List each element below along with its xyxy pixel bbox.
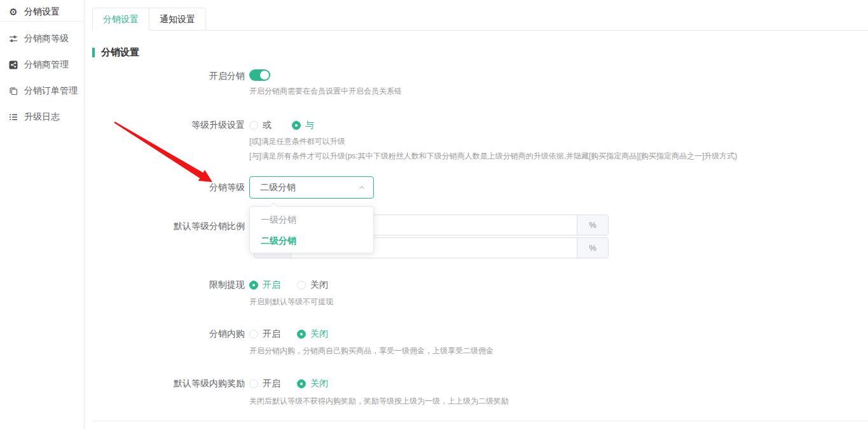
sliders-icon [8,34,18,44]
sidebar-item-label: 分销订单管理 [24,85,78,97]
bottom-divider [92,421,868,421]
internal-purchase-help: 开启分销内购，分销商自己购买商品，享受一级佣金，上级享受二级佣金 [249,346,493,355]
internal-purchase-radio-group: 开启 关闭 [249,328,328,340]
sidebar-item-label: 分销设置 [24,6,60,18]
level-dropdown-panel: 一级分销 二级分销 [249,206,374,253]
radio-label: 开启 [263,378,280,390]
radio-label: 关闭 [310,328,328,340]
sidebar-item-distribution-orders[interactable]: 分销订单管理 [0,78,84,104]
purchase-reward-radio-group: 开启 关闭 [249,378,328,390]
radio-option-off[interactable]: 关闭 [297,328,328,340]
radio-label: 开启 [263,279,280,291]
radio-option-on[interactable]: 开启 [249,328,280,340]
enable-distribution-toggle[interactable] [249,69,270,81]
radio-option-on[interactable]: 开启 [249,279,280,291]
field-label-enable-distribution: 开启分销 [92,71,249,81]
radio-label: 关闭 [310,279,328,291]
distribution-level-select[interactable]: 二级分销 [249,176,374,199]
gear-icon: ⚙ [8,7,18,17]
chevron-up-icon [358,184,366,192]
radio-label: 或 [263,120,272,131]
tab-bar: 分销设置 通知设置 [92,8,868,31]
radio-icon [297,379,306,388]
radio-icon [292,121,301,130]
dropdown-option-level2[interactable]: 二级分销 [250,230,373,251]
sidebar-item-upgrade-log[interactable]: 升级日志 [0,104,84,130]
radio-option-on[interactable]: 开启 [249,378,280,390]
sidebar-item-label: 分销商管理 [24,59,69,71]
sidebar: ⚙ 分销设置 分销商等级 [0,0,85,429]
field-label-distribution-level: 分销等级 [92,182,249,192]
upgrade-setting-help-1: [或]满足任意条件都可以升级 [249,137,345,146]
dropdown-option-level1[interactable]: 一级分销 [250,209,373,230]
radio-label: 关闭 [310,378,328,390]
withdraw-limit-radio-group: 开启 关闭 [249,279,328,291]
selected-value: 二级分销 [250,182,358,193]
field-label-default-ratio: 默认等级分销比例 [92,221,249,231]
radio-icon [249,121,258,130]
sidebar-divider [0,21,84,22]
radio-option-or[interactable]: 或 [249,120,272,131]
tab-notification-settings[interactable]: 通知设置 [149,8,206,31]
distribution-settings-page: ⚙ 分销设置 分销商等级 [0,0,868,429]
purchase-reward-help: 关闭后默认等级不获得内购奖励，奖励等级按上级为一级，上上级为二级奖励 [249,397,509,405]
page-title: 分销设置 [101,46,139,59]
sidebar-item-label: 分销商等级 [24,33,69,45]
radio-label: 与 [305,120,314,131]
share-icon [8,60,18,70]
radio-option-and[interactable]: 与 [292,120,314,131]
upgrade-setting-help-2: [与]满足所有条件才可以升级(ps:其中下级粉丝人数和下级分销商人数是上级分销商… [249,151,737,160]
percent-suffix: % [577,215,608,235]
radio-option-off[interactable]: 关闭 [297,279,328,291]
section-header: 分销设置 [92,46,139,59]
section-accent-bar [92,48,95,57]
tab-distribution-settings[interactable]: 分销设置 [92,8,149,31]
copy-icon [8,86,18,96]
sidebar-item-distributor-management[interactable]: 分销商管理 [0,52,84,78]
upgrade-setting-radio-group: 或 与 [249,120,314,131]
percent-suffix: % [577,238,608,258]
sidebar-item-distributor-levels[interactable]: 分销商等级 [0,25,84,52]
radio-option-off[interactable]: 关闭 [297,378,328,390]
radio-icon [249,330,258,339]
radio-icon [249,379,258,388]
field-label-internal-purchase: 分销内购 [92,328,249,339]
field-label-upgrade-setting: 等级升级设置 [92,120,249,130]
withdraw-limit-help: 开启则默认等级不可提现 [249,297,333,306]
field-label-purchase-reward: 默认等级内购奖励 [92,378,249,388]
radio-icon [297,281,306,290]
sidebar-item-distribution-settings[interactable]: ⚙ 分销设置 [0,3,84,21]
toggle-knob [260,71,269,80]
sidebar-item-label: 升级日志 [24,111,60,123]
list-icon [8,112,18,122]
radio-icon [249,281,258,290]
field-label-withdraw-limit: 限制提现 [92,279,249,290]
radio-icon [297,330,306,339]
enable-distribution-help: 开启分销商需要在会员设置中开启会员关系链 [249,87,402,95]
radio-label: 开启 [263,328,280,340]
